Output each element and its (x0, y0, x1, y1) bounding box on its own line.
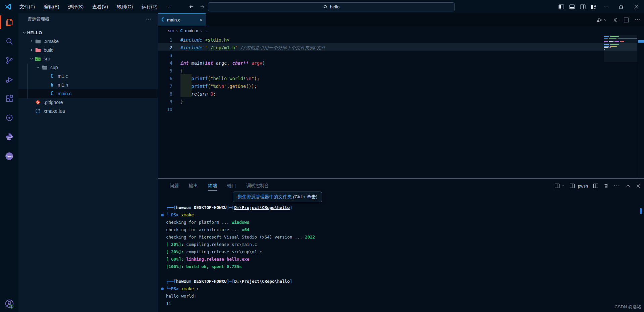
terminal-output[interactable]: ┌──[howxu⊛ DESKTOP-HOWXU]─[D:\Project\CR… (158, 193, 644, 312)
terminal-line: [ 60%]: linking.release hello.exe (158, 256, 644, 263)
tree-item-xmake-lua[interactable]: xmake.lua (18, 107, 158, 115)
run-debug-icon[interactable] (0, 71, 18, 88)
json-extension-icon[interactable]: Json (0, 147, 18, 165)
search-sidebar-icon[interactable] (0, 33, 18, 50)
code-token: 0 (210, 91, 213, 97)
line-number: 7 (158, 83, 172, 90)
tree-item--gitignore[interactable]: .gitignore (18, 98, 158, 107)
svg-text:</>: </> (36, 58, 40, 61)
tree-item-m1-h[interactable]: hm1.h (18, 81, 158, 89)
menu-item-3[interactable]: 选择(S) (64, 0, 88, 13)
line-number: 3 (158, 52, 172, 59)
settings-gear-icon[interactable] (612, 17, 618, 23)
extensions-icon[interactable] (0, 90, 18, 107)
tree-item-m1-c[interactable]: Cm1.c (18, 72, 158, 81)
tree-item-src[interactable]: </>src (18, 54, 158, 63)
toggle-panel-icon[interactable] (567, 0, 577, 13)
panel-tab-4[interactable]: 端口 (223, 179, 240, 193)
terminal-text: ┌──[ (166, 279, 176, 284)
close-window-button[interactable] (629, 0, 644, 13)
restore-button[interactable] (614, 0, 629, 13)
back-arrow-icon[interactable] (189, 4, 195, 10)
sidebar-title: 资源管理器 (28, 16, 49, 22)
tree-root-hello[interactable]: HELLO (18, 28, 158, 37)
terminal-line: hello world! (158, 293, 644, 300)
menu-item-4[interactable]: 查看(V) (88, 0, 112, 13)
panel-tab-2[interactable]: 输出 (185, 179, 202, 193)
panel-tab-5[interactable]: 调试控制台 (243, 179, 273, 193)
breadcrumb-separator: › (176, 28, 178, 34)
terminal-instance-pwsh[interactable]: pwsh (570, 183, 588, 189)
code-line-10: 10 (158, 106, 644, 113)
tree-item-main-c[interactable]: Cmain.c (18, 89, 158, 98)
code-token: printf (192, 84, 208, 89)
terminal-text: howxu (176, 205, 189, 210)
tab-main-c[interactable]: C main.c × (158, 13, 206, 26)
code-text: #include "./cup/m1.h" //依然是引用一个外部下个文件夹的h… (172, 44, 326, 52)
chevron-down-icon (561, 184, 565, 188)
breadcrumb-dir[interactable]: src (168, 28, 174, 33)
code-token (238, 45, 240, 50)
account-icon[interactable]: 1 (0, 295, 18, 312)
terminal-text: ┌──[ (166, 205, 176, 210)
menu-item-1[interactable]: 文件(F) (15, 0, 39, 13)
minimap[interactable] (604, 36, 637, 51)
menu-item-5[interactable]: 转到(G) (112, 0, 137, 13)
editor-more-actions[interactable]: ··· (635, 17, 641, 22)
code-token: argc (213, 60, 227, 66)
toggle-secondary-sidebar-icon[interactable] (577, 0, 588, 13)
terminal-icon (570, 183, 575, 189)
terminal-text: D:\Project\CRepo\hello (234, 279, 290, 284)
terminal-text: D:\Project\CRepo\hello (234, 205, 290, 210)
chevron-right-icon (29, 39, 35, 43)
code-text: return 0; (172, 90, 216, 98)
code-editor[interactable]: 1#include <stdio.h>2#include "./cup/m1.h… (158, 35, 644, 178)
panel-more-actions[interactable]: ··· (614, 183, 621, 189)
terminal-text: hello world! (166, 294, 196, 299)
minimize-button[interactable] (599, 0, 614, 13)
tooltip-link[interactable]: 聚焦资源管理器中的文件夹 (237, 194, 292, 199)
sidebar-more-actions[interactable]: ··· (146, 16, 152, 22)
line-number: 1 (158, 36, 172, 44)
panel-tab-1[interactable]: 问题 (166, 179, 182, 193)
tab-close-icon[interactable]: × (200, 17, 202, 22)
source-control-icon[interactable] (0, 52, 18, 69)
command-center-search[interactable]: hello (208, 2, 455, 11)
forward-arrow-icon[interactable] (199, 4, 205, 10)
record-extension-icon[interactable] (0, 109, 18, 126)
maximize-panel-icon[interactable] (626, 184, 631, 189)
tree-item-cup[interactable]: cup (18, 63, 158, 72)
breadcrumb-file[interactable]: main.c (185, 28, 198, 33)
close-panel-icon[interactable] (636, 184, 641, 189)
terminal-text: checking for platform ... (166, 220, 232, 225)
kill-terminal-icon[interactable] (603, 183, 609, 189)
customize-layout-icon[interactable] (588, 0, 599, 13)
panel-tab-3[interactable]: 终端 (204, 179, 221, 193)
breadcrumb[interactable]: src › C main.c › … (158, 26, 644, 35)
split-editor-icon[interactable] (624, 17, 629, 23)
terminal-line (158, 270, 644, 278)
launch-profile-button[interactable] (554, 183, 565, 189)
menu-item-2[interactable]: 编辑(E) (39, 0, 64, 13)
tree-item-label: xmake.lua (44, 108, 65, 114)
code-line-6: 6 printf("hello world!\n"); (158, 75, 644, 83)
search-value: hello (330, 4, 340, 9)
code-token: char (232, 60, 244, 66)
code-text (172, 106, 180, 113)
editor-scrollbar[interactable] (638, 35, 644, 178)
python-extension-icon[interactable] (0, 128, 18, 146)
explorer-icon[interactable] (0, 13, 18, 31)
menu-overflow[interactable]: ··· (162, 0, 175, 13)
toggle-sidebar-icon[interactable] (556, 0, 567, 13)
minimap-seg (610, 44, 619, 45)
tree-item--xmake[interactable]: .xmake (18, 37, 158, 46)
menu-item-6[interactable]: 运行(R) (137, 0, 162, 13)
minimap-seg (604, 36, 609, 37)
run-debug-button[interactable] (596, 17, 607, 23)
split-terminal-icon[interactable] (593, 183, 598, 189)
code-token (180, 76, 192, 81)
code-text: #include <stdio.h> (172, 36, 229, 44)
tree-item-build[interactable]: build (18, 46, 158, 54)
code-token: #include (180, 45, 202, 50)
breadcrumb-symbol[interactable]: … (204, 28, 209, 33)
